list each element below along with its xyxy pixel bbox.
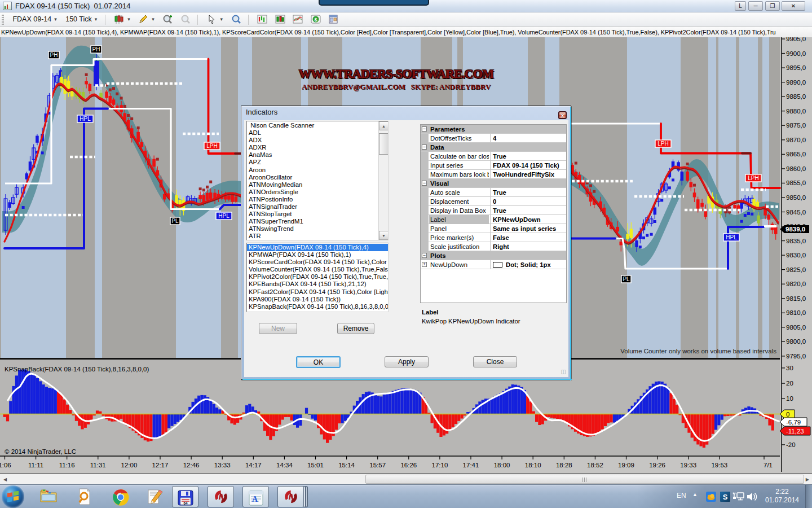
svg-text:9825,0: 9825,0 bbox=[786, 266, 806, 273]
svg-text:10: 10 bbox=[786, 395, 793, 402]
svg-text:12:17: 12:17 bbox=[152, 462, 169, 468]
svg-text:14:17: 14:17 bbox=[245, 462, 262, 468]
svg-text:9800,0: 9800,0 bbox=[786, 338, 806, 345]
svg-text:PL: PL bbox=[171, 218, 179, 224]
svg-text:KPSnapBack(FDAX 09-14 (150 Tic: KPSnapBack(FDAX 09-14 (150 Tick),8,16,3,… bbox=[5, 366, 149, 373]
svg-text:9810,0: 9810,0 bbox=[786, 309, 806, 316]
svg-text:19:53: 19:53 bbox=[711, 462, 727, 468]
svg-text:15:14: 15:14 bbox=[338, 462, 355, 468]
svg-text:11:16: 11:16 bbox=[59, 462, 75, 468]
svg-text:17:10: 17:10 bbox=[432, 462, 448, 468]
svg-text:S: S bbox=[723, 493, 728, 501]
svg-text:9835,0: 9835,0 bbox=[786, 238, 806, 244]
svg-text:18:28: 18:28 bbox=[556, 462, 572, 468]
svg-text:9875,0: 9875,0 bbox=[786, 122, 806, 129]
svg-text:15:01: 15:01 bbox=[307, 462, 324, 468]
svg-text:9845,0: 9845,0 bbox=[786, 209, 806, 216]
svg-text:PL: PL bbox=[623, 276, 630, 282]
svg-text:9839,0: 9839,0 bbox=[785, 226, 805, 233]
svg-text:20: 20 bbox=[786, 380, 793, 387]
svg-text:© 2014 NinjaTrader, LLC: © 2014 NinjaTrader, LLC bbox=[5, 448, 76, 455]
svg-text:9795,0: 9795,0 bbox=[786, 353, 806, 360]
svg-text:9870,0: 9870,0 bbox=[786, 137, 806, 143]
svg-text:13:33: 13:33 bbox=[214, 462, 231, 468]
svg-text:HPL: HPL bbox=[218, 213, 230, 219]
svg-text:LPH: LPH bbox=[206, 143, 217, 149]
svg-text:14:34: 14:34 bbox=[276, 462, 293, 468]
svg-text:-20: -20 bbox=[786, 441, 796, 448]
svg-text:15:57: 15:57 bbox=[369, 462, 386, 468]
svg-text:9830,0: 9830,0 bbox=[786, 252, 806, 259]
svg-text:Volume Counter only works on v: Volume Counter only works on volume base… bbox=[620, 348, 776, 354]
svg-text:A: A bbox=[251, 495, 258, 503]
svg-text:11:31: 11:31 bbox=[90, 462, 106, 468]
svg-text:HPL: HPL bbox=[80, 116, 91, 122]
svg-text:0: 0 bbox=[786, 411, 789, 418]
svg-text:LPH: LPH bbox=[748, 175, 758, 181]
svg-text:9805,0: 9805,0 bbox=[786, 324, 806, 331]
svg-text:64: 64 bbox=[183, 501, 188, 505]
svg-text:-6,79: -6,79 bbox=[786, 419, 801, 426]
svg-text:9895,0: 9895,0 bbox=[786, 64, 806, 71]
svg-text:9855,0: 9855,0 bbox=[786, 179, 806, 186]
svg-text:$: $ bbox=[314, 17, 317, 23]
svg-text:9820,0: 9820,0 bbox=[786, 281, 806, 287]
svg-text:-11,23: -11,23 bbox=[786, 428, 804, 435]
svg-text:9865,0: 9865,0 bbox=[786, 151, 806, 157]
svg-text:30: 30 bbox=[786, 365, 793, 371]
svg-text:9900,0: 9900,0 bbox=[786, 50, 806, 57]
svg-text:7/1: 7/1 bbox=[764, 462, 773, 468]
svg-text:9815,0: 9815,0 bbox=[786, 295, 806, 302]
svg-text:9850,0: 9850,0 bbox=[786, 194, 806, 201]
svg-text:18:10: 18:10 bbox=[525, 462, 541, 468]
svg-text:HPL: HPL bbox=[726, 234, 737, 240]
svg-text:PH: PH bbox=[92, 46, 100, 52]
svg-text:19:33: 19:33 bbox=[680, 462, 696, 468]
svg-text:16:26: 16:26 bbox=[400, 462, 417, 468]
svg-text:12:00: 12:00 bbox=[121, 462, 138, 468]
svg-text:PH: PH bbox=[50, 52, 58, 58]
svg-text:1:06: 1:06 bbox=[0, 462, 11, 468]
svg-text:9885,0: 9885,0 bbox=[786, 93, 806, 100]
svg-text:19:09: 19:09 bbox=[618, 462, 634, 468]
svg-text:19:26: 19:26 bbox=[649, 462, 665, 468]
svg-text:9860,0: 9860,0 bbox=[786, 165, 806, 172]
svg-text:9880,0: 9880,0 bbox=[786, 108, 806, 115]
svg-text:9890,0: 9890,0 bbox=[786, 79, 806, 86]
svg-text:17:41: 17:41 bbox=[463, 462, 479, 468]
svg-text:18:00: 18:00 bbox=[494, 462, 510, 468]
svg-text:LPH: LPH bbox=[657, 141, 668, 147]
svg-text:18:52: 18:52 bbox=[587, 462, 603, 468]
svg-text:11:11: 11:11 bbox=[28, 462, 43, 468]
svg-text:12:46: 12:46 bbox=[183, 462, 200, 468]
